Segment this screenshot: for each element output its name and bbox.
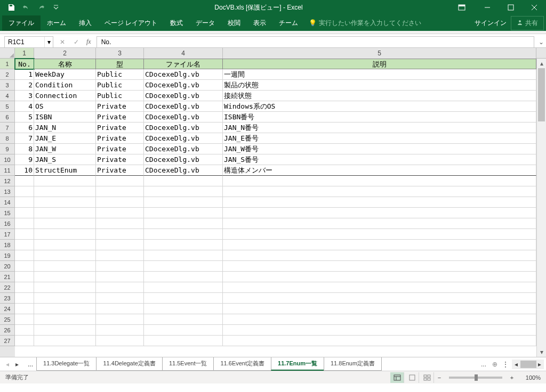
cell[interactable] xyxy=(96,176,144,186)
row-header[interactable]: 25 xyxy=(0,314,15,325)
row-header[interactable]: 11 xyxy=(0,165,15,176)
row-header[interactable]: 6 xyxy=(0,112,15,123)
tab-overflow[interactable]: ... xyxy=(25,361,36,368)
tab-insert[interactable]: 挿入 xyxy=(73,15,98,31)
cell[interactable]: 2 xyxy=(15,80,34,91)
row-header[interactable]: 7 xyxy=(0,123,15,133)
share-button[interactable]: 共有 xyxy=(511,16,544,30)
cell[interactable]: CDocexeDlg.vb xyxy=(144,144,223,154)
cell[interactable]: JAN_S番号 xyxy=(223,154,536,165)
sheet-tab[interactable]: 11.8Enum定義書 xyxy=(324,357,382,371)
cell[interactable] xyxy=(96,261,144,272)
sheet-tab[interactable]: 11.4Delegate定義書 xyxy=(96,357,162,371)
name-box[interactable]: ▾ xyxy=(4,36,53,48)
tab-overflow-right[interactable]: ... xyxy=(479,361,488,368)
cell[interactable]: CDocexeDlg.vb xyxy=(144,80,223,91)
save-button[interactable] xyxy=(4,1,18,14)
enter-formula-button[interactable]: ✓ xyxy=(70,37,82,47)
row-header[interactable]: 14 xyxy=(0,197,15,208)
cell[interactable]: Connection xyxy=(34,91,96,101)
normal-view-button[interactable] xyxy=(390,372,404,383)
row-header[interactable]: 19 xyxy=(0,250,15,261)
hscroll-right[interactable]: ▸ xyxy=(535,359,544,370)
cell[interactable] xyxy=(15,218,34,229)
sheet-tab[interactable]: 11.6Event定義書 xyxy=(213,357,271,371)
cell[interactable]: Private xyxy=(96,144,144,154)
cell[interactable] xyxy=(15,282,34,293)
cell[interactable] xyxy=(144,261,223,272)
cell[interactable] xyxy=(96,229,144,240)
cell[interactable] xyxy=(144,186,223,197)
cell[interactable] xyxy=(96,208,144,218)
tab-file[interactable]: ファイル xyxy=(2,15,41,31)
zoom-level[interactable]: 100% xyxy=(517,374,541,381)
cell[interactable]: CDocexeDlg.vb xyxy=(144,112,223,123)
row-header[interactable]: 23 xyxy=(0,293,15,304)
cell[interactable] xyxy=(223,240,536,250)
cell[interactable]: Private xyxy=(96,112,144,123)
name-box-input[interactable] xyxy=(5,38,44,46)
cell[interactable] xyxy=(223,293,536,304)
cell[interactable] xyxy=(96,304,144,314)
tab-next-button[interactable]: ▸ xyxy=(13,359,21,370)
cell[interactable]: Private xyxy=(96,123,144,133)
zoom-slider[interactable] xyxy=(449,377,502,379)
name-box-dropdown[interactable]: ▾ xyxy=(44,37,53,47)
cell[interactable] xyxy=(144,229,223,240)
cell[interactable] xyxy=(223,250,536,261)
cell[interactable]: Public xyxy=(96,80,144,91)
scroll-up-button[interactable]: ▴ xyxy=(537,59,546,68)
cell[interactable] xyxy=(144,250,223,261)
cell[interactable] xyxy=(144,218,223,229)
close-button[interactable] xyxy=(523,0,546,15)
cell[interactable] xyxy=(34,304,96,314)
row-header[interactable]: 15 xyxy=(0,208,15,218)
cell[interactable] xyxy=(15,250,34,261)
cell[interactable] xyxy=(144,272,223,282)
cell[interactable] xyxy=(15,314,34,325)
cell[interactable]: ISBN xyxy=(34,112,96,123)
cell[interactable]: 5 xyxy=(15,112,34,123)
cell[interactable] xyxy=(96,336,144,346)
cell[interactable] xyxy=(223,197,536,208)
cell[interactable] xyxy=(96,293,144,304)
undo-button[interactable] xyxy=(19,1,33,14)
sheet-tab[interactable]: 11.3Delegate一覧 xyxy=(36,357,97,371)
cell[interactable]: 型 xyxy=(96,59,144,69)
row-header[interactable]: 16 xyxy=(0,218,15,229)
cell[interactable]: WeekDay xyxy=(34,69,96,80)
row-header[interactable]: 5 xyxy=(0,101,15,112)
cell[interactable] xyxy=(34,229,96,240)
cell[interactable]: JAN_N番号 xyxy=(223,123,536,133)
cell[interactable]: 7 xyxy=(15,133,34,144)
row-header[interactable]: 8 xyxy=(0,133,15,144)
cell[interactable]: CDocexeDlg.vb xyxy=(144,154,223,165)
cell[interactable] xyxy=(223,218,536,229)
cell[interactable] xyxy=(223,336,536,346)
tab-review[interactable]: 校閲 xyxy=(221,15,247,31)
row-header[interactable]: 4 xyxy=(0,91,15,101)
new-sheet-button[interactable]: ⊕ xyxy=(488,361,501,368)
cell[interactable]: Windows系のOS xyxy=(223,101,536,112)
cell[interactable] xyxy=(223,314,536,325)
cell[interactable]: CDocexeDlg.vb xyxy=(144,123,223,133)
cell[interactable] xyxy=(144,208,223,218)
cell[interactable] xyxy=(34,314,96,325)
cell[interactable] xyxy=(96,272,144,282)
cell[interactable] xyxy=(15,293,34,304)
cell[interactable] xyxy=(15,336,34,346)
col-header[interactable]: 3 xyxy=(96,48,144,59)
cell[interactable] xyxy=(144,293,223,304)
cell[interactable] xyxy=(223,272,536,282)
cell[interactable] xyxy=(223,186,536,197)
row-header[interactable]: 17 xyxy=(0,229,15,240)
col-header[interactable]: 2 xyxy=(34,48,96,59)
cell[interactable] xyxy=(96,282,144,293)
cell[interactable]: Private xyxy=(96,101,144,112)
cell[interactable]: JAN_W番号 xyxy=(223,144,536,154)
cell[interactable] xyxy=(34,325,96,336)
cell[interactable]: Private xyxy=(96,165,144,176)
cell[interactable]: JAN_E番号 xyxy=(223,133,536,144)
cell[interactable] xyxy=(34,250,96,261)
cell[interactable]: Public xyxy=(96,91,144,101)
